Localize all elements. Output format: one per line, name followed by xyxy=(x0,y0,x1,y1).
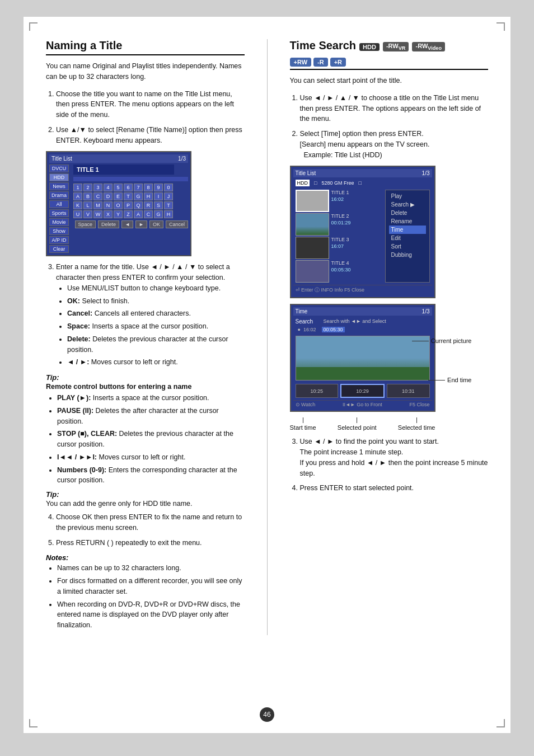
panel-sports[interactable]: Sports xyxy=(49,209,69,217)
bottom-annotations: Start time Selected point Selected time xyxy=(290,417,435,431)
panel-news[interactable]: News xyxy=(49,182,69,190)
panel-hdd[interactable]: HDD xyxy=(49,173,69,181)
title-list-right-mockup: Title List 1/3 HDD □ 5280 GM Free □ TITL… xyxy=(290,166,435,298)
tl-title4-label: TITLE 4 xyxy=(331,260,351,266)
key-t[interactable]: T xyxy=(124,192,133,200)
btn-ok[interactable]: OK xyxy=(149,220,163,228)
key-9[interactable]: 9 xyxy=(154,184,163,191)
key-n[interactable]: N xyxy=(104,201,113,209)
ts-time-opt2: 00:05:30 xyxy=(322,327,345,332)
key-4[interactable]: 4 xyxy=(104,184,113,191)
key-k[interactable]: K xyxy=(73,201,82,209)
ts-step-3: Use ◄ / ► to find the point you want to … xyxy=(300,436,489,478)
tl-title2-label: TITLE 2 xyxy=(331,213,351,219)
btn-left[interactable]: ◄ xyxy=(121,220,133,228)
tl-header-page: 1/3 xyxy=(422,170,430,176)
key-2[interactable]: 2 xyxy=(83,184,92,191)
key-g2[interactable]: G xyxy=(154,210,163,218)
key-l[interactable]: L xyxy=(83,201,92,209)
tl-thumb-3 xyxy=(296,237,329,259)
panel-clear[interactable]: Clear xyxy=(49,245,69,253)
ts-footer-close[interactable]: F5 Close xyxy=(409,402,429,407)
keyboard-grid[interactable]: 1234567890 ABCDETGHIJ KLMNOPQRST UVWXYZA… xyxy=(73,184,188,218)
note-1: Names can be up to 32 characters long. xyxy=(57,563,245,574)
key-t2[interactable]: T xyxy=(164,201,173,209)
step-1: Choose the title you want to name on the… xyxy=(56,89,245,120)
key-h2[interactable]: H xyxy=(164,210,173,218)
title-list-mockup: Title List 1/3 DVCU HDD News Drama All S… xyxy=(46,151,191,256)
time-search-diagram: Time 1/3 Search Search with ◄► and Selec… xyxy=(290,304,469,431)
tip1-bullets: PLAY (►): Inserts a space at the cursor … xyxy=(46,393,245,486)
key-u[interactable]: U xyxy=(73,210,82,218)
key-q[interactable]: Q xyxy=(134,201,143,209)
selected-point-line xyxy=(357,417,357,423)
key-a[interactable]: A xyxy=(73,192,82,200)
tl-info-2: TITLE 2 00:01:29 xyxy=(331,213,351,236)
key-x[interactable]: X xyxy=(104,210,113,218)
ts-footer-watch[interactable]: ⊙ Watch xyxy=(296,402,316,407)
menu-time[interactable]: Time xyxy=(389,226,426,234)
key-z[interactable]: Z xyxy=(124,210,133,218)
ts-step-1: Use ◄ / ► / ▲ / ▼ to choose a title on t… xyxy=(300,93,489,124)
key-1[interactable]: 1 xyxy=(73,184,82,191)
menu-rename[interactable]: Rename xyxy=(389,217,426,226)
key-o[interactable]: O xyxy=(114,201,123,209)
menu-search[interactable]: Search ▶ xyxy=(389,200,426,209)
key-3[interactable]: 3 xyxy=(93,184,102,191)
key-a2[interactable]: A xyxy=(134,210,143,218)
panel-drama[interactable]: Drama xyxy=(49,191,69,199)
key-c2[interactable]: C xyxy=(144,210,153,218)
step-3: Enter a name for the title. Use ◄ / ► / … xyxy=(56,262,245,368)
btn-cancel[interactable]: Cancel xyxy=(166,220,188,228)
ts-slider-1[interactable]: 10:25 xyxy=(296,384,339,398)
key-8[interactable]: 8 xyxy=(144,184,153,191)
btn-space[interactable]: Space xyxy=(75,220,96,228)
key-r[interactable]: R xyxy=(144,201,153,209)
key-c[interactable]: C xyxy=(93,192,102,200)
btn-right[interactable]: ► xyxy=(135,220,147,228)
key-i[interactable]: I xyxy=(154,192,163,200)
tl-title3-row: TITLE 3 16:07 xyxy=(296,237,383,259)
menu-sort[interactable]: Sort xyxy=(389,242,426,251)
menu-dubbing[interactable]: Dubbing xyxy=(389,251,426,259)
tl-thumb-4 xyxy=(296,260,329,283)
key-d[interactable]: D xyxy=(104,192,113,200)
timesearch-title: Time Search xyxy=(290,39,357,54)
key-j[interactable]: J xyxy=(164,192,173,200)
panel-show[interactable]: Show xyxy=(49,227,69,235)
key-0[interactable]: 0 xyxy=(164,184,173,191)
tl-header-label: Title List xyxy=(296,170,316,176)
key-y[interactable]: Y xyxy=(114,210,123,218)
key-s[interactable]: S xyxy=(154,201,163,209)
menu-edit[interactable]: Edit xyxy=(389,234,426,242)
key-m[interactable]: M xyxy=(93,201,102,209)
ts-search-label: Search xyxy=(296,318,318,325)
key-5[interactable]: 5 xyxy=(114,184,123,191)
key-p[interactable]: P xyxy=(124,201,133,209)
menu-delete[interactable]: Delete xyxy=(389,209,426,217)
tip1-pause: PAUSE (II): Deletes the after character … xyxy=(57,406,245,427)
tl-titles-list: TITLE 1 16:02 TITLE 2 00:01:29 xyxy=(296,190,383,283)
timesearch-steps-2: Use ◄ / ► to find the point you want to … xyxy=(290,436,489,494)
key-w[interactable]: W xyxy=(93,210,102,218)
menu-play[interactable]: Play xyxy=(389,192,426,200)
key-e[interactable]: E xyxy=(114,192,123,200)
ts-footer-fast[interactable]: II◄► Go to Front xyxy=(343,402,382,407)
btn-delete[interactable]: Delete xyxy=(98,220,119,228)
panel-movie[interactable]: Movie xyxy=(49,218,69,226)
preview-ground xyxy=(296,367,429,380)
key-g[interactable]: G xyxy=(134,192,143,200)
key-6[interactable]: 6 xyxy=(124,184,133,191)
panel-all[interactable]: All xyxy=(49,200,69,208)
panel-dvcu[interactable]: DVCU xyxy=(49,165,69,172)
ts-slider-2[interactable]: 10:29 xyxy=(340,384,385,398)
key-v[interactable]: V xyxy=(83,210,92,218)
key-b[interactable]: B xyxy=(83,192,92,200)
tip2-text: You can add the genre only for HDD title… xyxy=(46,500,245,508)
key-7[interactable]: 7 xyxy=(134,184,143,191)
tl-title1-label: TITLE 1 xyxy=(331,190,349,195)
panel-apid[interactable]: A/P ID xyxy=(49,236,69,244)
key-h[interactable]: H xyxy=(144,192,153,200)
ts-slider-3[interactable]: 10:31 xyxy=(387,384,430,398)
title-name-display: TITLE 1 xyxy=(73,165,174,175)
